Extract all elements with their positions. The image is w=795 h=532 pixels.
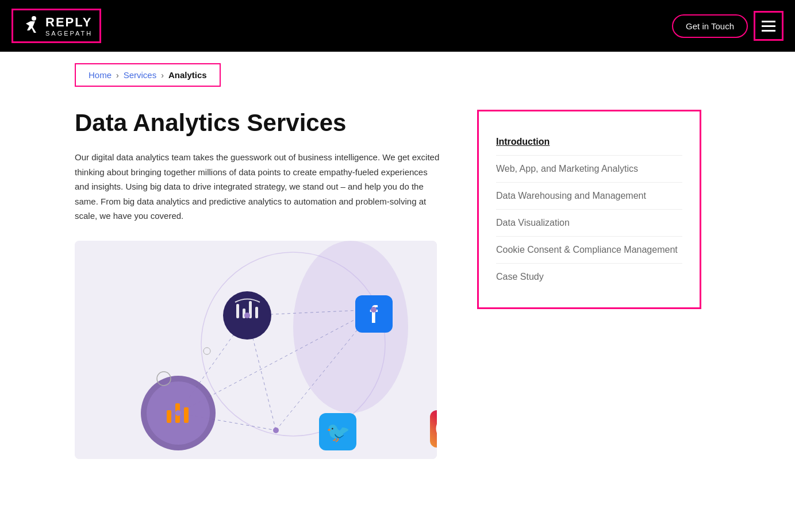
breadcrumb: Home › Services › Analytics — [75, 63, 221, 87]
nav-item-data-warehousing[interactable]: Data Warehousing and Management — [496, 183, 682, 210]
svg-text:f: f — [370, 301, 378, 328]
logo-reply: REPLY — [45, 15, 93, 30]
logo[interactable]: REPLY SAGEPATH — [11, 9, 101, 43]
logo-runner-icon — [20, 16, 41, 36]
nav-item-introduction[interactable]: Introduction — [496, 129, 682, 156]
breadcrumb-section: Home › Services › Analytics — [0, 52, 795, 98]
menu-button[interactable] — [754, 11, 784, 41]
svg-point-30 — [175, 410, 181, 416]
svg-point-0 — [32, 16, 36, 21]
svg-point-31 — [273, 427, 279, 433]
breadcrumb-home[interactable]: Home — [89, 70, 112, 80]
svg-point-29 — [371, 307, 377, 313]
breadcrumb-current: Analytics — [168, 70, 207, 80]
svg-text:🐦: 🐦 — [326, 421, 351, 444]
get-in-touch-button[interactable]: Get in Touch — [672, 14, 748, 38]
svg-rect-11 — [236, 304, 239, 318]
hamburger-icon — [762, 21, 775, 32]
svg-rect-25 — [167, 410, 171, 423]
logo-sagepath: SAGEPATH — [45, 30, 93, 37]
illustration-box: f 🐦 — [75, 241, 437, 459]
nav-item-data-visualization[interactable]: Data Visualization — [496, 210, 682, 237]
page-title: Data Analytics Services — [75, 110, 443, 136]
nav-item-case-study[interactable]: Case Study — [496, 264, 682, 290]
nav-box: Introduction Web, App, and Marketing Ana… — [477, 110, 701, 309]
nav-item-cookie-consent[interactable]: Cookie Consent & Compliance Management — [496, 237, 682, 264]
nav-item-web-analytics[interactable]: Web, App, and Marketing Analytics — [496, 156, 682, 183]
svg-rect-27 — [184, 407, 189, 423]
logo-text: REPLY SAGEPATH — [45, 15, 93, 37]
illustration-svg: f 🐦 — [75, 241, 437, 459]
right-sidebar: Introduction Web, App, and Marketing Ana… — [477, 110, 701, 309]
breadcrumb-sep-2: › — [161, 71, 164, 80]
header: REPLY SAGEPATH Get in Touch — [0, 0, 795, 52]
left-content: Data Analytics Services Our digital data… — [75, 110, 443, 459]
main-content: Data Analytics Services Our digital data… — [0, 98, 795, 482]
breadcrumb-services[interactable]: Services — [124, 70, 157, 80]
breadcrumb-sep-1: › — [116, 71, 119, 80]
svg-point-28 — [244, 313, 250, 318]
svg-rect-19 — [430, 410, 437, 448]
header-right: Get in Touch — [672, 11, 784, 41]
svg-rect-14 — [255, 307, 258, 318]
intro-text: Our digital data analytics team takes th… — [75, 150, 443, 223]
